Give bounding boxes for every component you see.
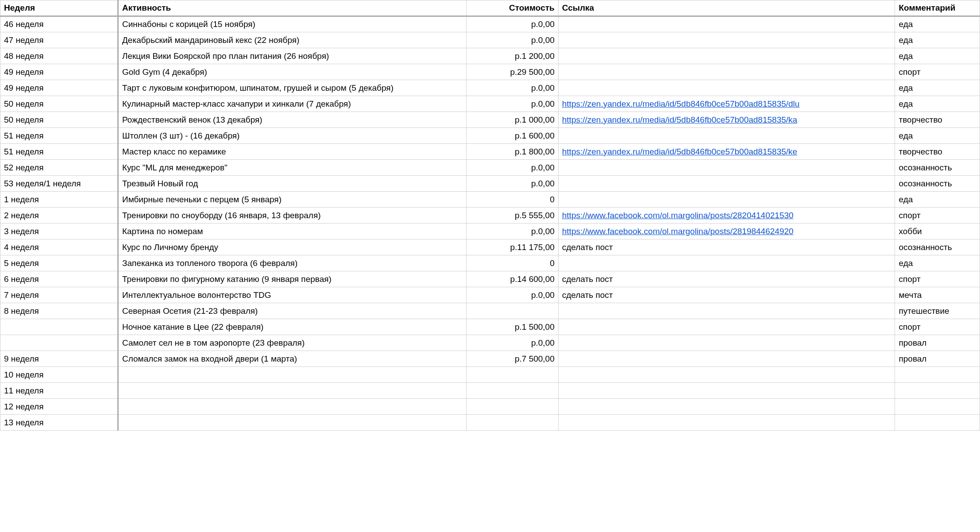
cell-activity[interactable]: Сломался замок на входной двери (1 марта…: [118, 351, 466, 367]
cell-activity[interactable]: Декабрьский мандариновый кекс (22 ноября…: [118, 32, 466, 48]
cell-cost[interactable]: 0: [467, 255, 558, 271]
cell-activity[interactable]: Лекция Вики Боярской про план питания (2…: [118, 48, 466, 64]
cell-activity[interactable]: Северная Осетия (21-23 февраля): [118, 303, 466, 319]
cell-link[interactable]: https://www.facebook.com/ol.margolina/po…: [558, 208, 895, 224]
cell-comment[interactable]: еда: [895, 16, 980, 32]
cell-week[interactable]: 6 неделя: [0, 271, 118, 287]
cell-activity[interactable]: Самолет сел не в том аэропорте (23 февра…: [118, 335, 466, 351]
cell-comment[interactable]: осознанность: [895, 239, 980, 255]
cell-link[interactable]: [558, 32, 895, 48]
cell-link[interactable]: [558, 319, 895, 335]
cell-week[interactable]: 5 неделя: [0, 255, 118, 271]
cell-activity[interactable]: Штоллен (3 шт) - (16 декабря): [118, 128, 466, 144]
cell-week[interactable]: 50 неделя: [0, 96, 118, 112]
cell-week[interactable]: 4 неделя: [0, 239, 118, 255]
cell-week[interactable]: 47 неделя: [0, 32, 118, 48]
cell-activity[interactable]: [118, 383, 466, 399]
cell-link[interactable]: [558, 383, 895, 399]
cell-cost[interactable]: р.0,00: [467, 335, 558, 351]
cell-activity[interactable]: Тренировки по фигурному катанию (9 январ…: [118, 271, 466, 287]
cell-comment[interactable]: провал: [895, 335, 980, 351]
cell-link[interactable]: [558, 64, 895, 80]
cell-comment[interactable]: еда: [895, 80, 980, 96]
cell-week[interactable]: 7 неделя: [0, 287, 118, 303]
cell-cost[interactable]: р.0,00: [467, 160, 558, 176]
cell-cost[interactable]: р.5 555,00: [467, 208, 558, 224]
cell-link[interactable]: https://zen.yandex.ru/media/id/5db846fb0…: [558, 112, 895, 128]
cell-cost[interactable]: [467, 383, 558, 399]
cell-activity[interactable]: Курс "ML для менеджеров": [118, 160, 466, 176]
cell-cost[interactable]: р.1 800,00: [467, 144, 558, 160]
cell-link[interactable]: сделать пост: [558, 239, 895, 255]
cell-activity[interactable]: Рождественский венок (13 декабря): [118, 112, 466, 128]
cell-activity[interactable]: Тренировки по сноуборду (16 января, 13 ф…: [118, 208, 466, 224]
cell-link[interactable]: [558, 367, 895, 383]
link-url[interactable]: https://zen.yandex.ru/media/id/5db846fb0…: [562, 115, 797, 124]
cell-link[interactable]: сделать пост: [558, 287, 895, 303]
cell-week[interactable]: 9 неделя: [0, 351, 118, 367]
cell-week[interactable]: 52 неделя: [0, 160, 118, 176]
cell-cost[interactable]: р.0,00: [467, 16, 558, 32]
cell-cost[interactable]: р.0,00: [467, 80, 558, 96]
cell-activity[interactable]: Gold Gym (4 декабря): [118, 64, 466, 80]
cell-link[interactable]: [558, 176, 895, 192]
cell-week[interactable]: 49 неделя: [0, 80, 118, 96]
cell-week[interactable]: 12 неделя: [0, 399, 118, 415]
cell-comment[interactable]: спорт: [895, 64, 980, 80]
cell-cost[interactable]: р.29 500,00: [467, 64, 558, 80]
cell-link[interactable]: [558, 128, 895, 144]
cell-link[interactable]: [558, 255, 895, 271]
cell-activity[interactable]: Мастер класс по керамике: [118, 144, 466, 160]
cell-link[interactable]: [558, 335, 895, 351]
cell-week[interactable]: 13 неделя: [0, 415, 118, 431]
cell-activity[interactable]: [118, 367, 466, 383]
cell-comment[interactable]: творчество: [895, 112, 980, 128]
cell-cost[interactable]: р.1 000,00: [467, 112, 558, 128]
cell-week[interactable]: [0, 319, 118, 335]
cell-week[interactable]: 51 неделя: [0, 128, 118, 144]
cell-cost[interactable]: [467, 415, 558, 431]
cell-link[interactable]: [558, 351, 895, 367]
cell-week[interactable]: 46 неделя: [0, 16, 118, 32]
cell-week[interactable]: 3 неделя: [0, 224, 118, 239]
cell-cost[interactable]: [467, 399, 558, 415]
cell-cost[interactable]: р.0,00: [467, 96, 558, 112]
cell-week[interactable]: 49 неделя: [0, 64, 118, 80]
cell-link[interactable]: [558, 192, 895, 208]
cell-week[interactable]: [0, 335, 118, 351]
cell-week[interactable]: 8 неделя: [0, 303, 118, 319]
cell-activity[interactable]: [118, 399, 466, 415]
cell-cost[interactable]: р.11 175,00: [467, 239, 558, 255]
cell-activity[interactable]: Тарт с луковым конфитюром, шпинатом, гру…: [118, 80, 466, 96]
header-comment[interactable]: Комментарий: [895, 0, 980, 16]
cell-week[interactable]: 50 неделя: [0, 112, 118, 128]
cell-comment[interactable]: спорт: [895, 208, 980, 224]
cell-activity[interactable]: Кулинарный мастер-класс хачапури и хинка…: [118, 96, 466, 112]
cell-activity[interactable]: [118, 415, 466, 431]
link-url[interactable]: https://www.facebook.com/ol.margolina/po…: [562, 227, 794, 236]
cell-comment[interactable]: [895, 415, 980, 431]
cell-comment[interactable]: [895, 367, 980, 383]
cell-cost[interactable]: 0: [467, 192, 558, 208]
header-link[interactable]: Ссылка: [558, 0, 895, 16]
cell-activity[interactable]: Картина по номерам: [118, 224, 466, 239]
cell-comment[interactable]: творчество: [895, 144, 980, 160]
header-week[interactable]: Неделя: [0, 0, 118, 16]
cell-cost[interactable]: р.1 500,00: [467, 319, 558, 335]
cell-cost[interactable]: [467, 367, 558, 383]
cell-cost[interactable]: [467, 303, 558, 319]
cell-comment[interactable]: мечта: [895, 287, 980, 303]
cell-link[interactable]: [558, 160, 895, 176]
cell-comment[interactable]: еда: [895, 192, 980, 208]
cell-cost[interactable]: р.0,00: [467, 224, 558, 239]
cell-link[interactable]: https://www.facebook.com/ol.margolina/po…: [558, 224, 895, 239]
cell-cost[interactable]: р.0,00: [467, 32, 558, 48]
cell-activity[interactable]: Имбирные печеньки с перцем (5 января): [118, 192, 466, 208]
cell-cost[interactable]: р.0,00: [467, 176, 558, 192]
cell-activity[interactable]: Трезвый Новый год: [118, 176, 466, 192]
cell-week[interactable]: 10 неделя: [0, 367, 118, 383]
cell-cost[interactable]: р.1 200,00: [467, 48, 558, 64]
cell-activity[interactable]: Синнабоны с корицей (15 ноября): [118, 16, 466, 32]
cell-link[interactable]: [558, 48, 895, 64]
cell-week[interactable]: 11 неделя: [0, 383, 118, 399]
